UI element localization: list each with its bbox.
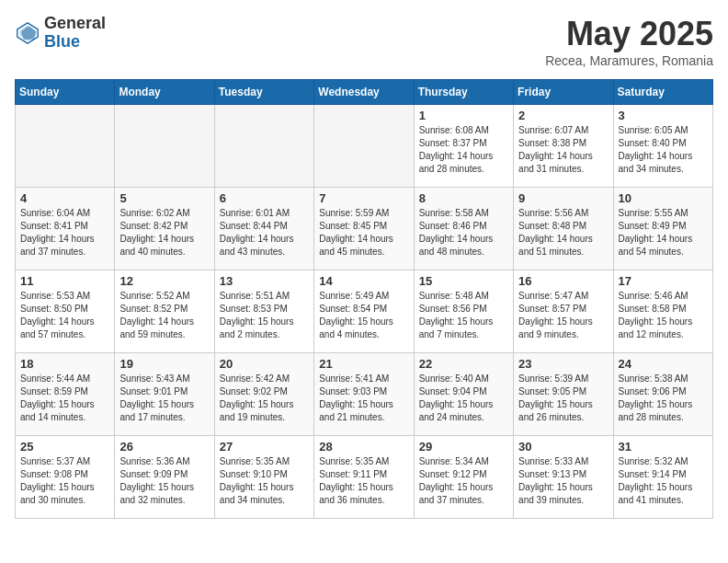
day-info: Sunrise: 5:33 AM Sunset: 9:13 PM Dayligh… [518,455,608,507]
day-info: Sunrise: 5:35 AM Sunset: 9:10 PM Dayligh… [220,455,309,507]
weekday-header-thursday: Thursday [414,80,513,105]
calendar-day-cell: 29Sunrise: 5:34 AM Sunset: 9:12 PM Dayli… [414,436,513,519]
calendar-day-cell: 18Sunrise: 5:44 AM Sunset: 8:59 PM Dayli… [16,353,115,436]
day-info: Sunrise: 6:05 AM Sunset: 8:40 PM Dayligh… [619,124,708,176]
logo-icon [15,20,40,46]
day-number: 30 [518,440,608,454]
calendar-day-cell [314,105,414,188]
weekday-header-wednesday: Wednesday [314,80,414,105]
calendar-week-row: 18Sunrise: 5:44 AM Sunset: 8:59 PM Dayli… [16,353,713,436]
day-number: 6 [220,191,309,205]
calendar-day-cell: 2Sunrise: 6:07 AM Sunset: 8:38 PM Daylig… [514,105,613,188]
day-number: 8 [419,191,508,205]
calendar-day-cell: 11Sunrise: 5:53 AM Sunset: 8:50 PM Dayli… [16,270,115,353]
day-info: Sunrise: 5:41 AM Sunset: 9:03 PM Dayligh… [319,373,408,424]
day-number: 18 [20,357,109,371]
title-block: May 2025 Recea, Maramures, Romania [545,15,713,68]
calendar-day-cell: 13Sunrise: 5:51 AM Sunset: 8:53 PM Dayli… [214,270,313,353]
day-info: Sunrise: 5:38 AM Sunset: 9:06 PM Dayligh… [619,373,708,424]
calendar-day-cell: 7Sunrise: 5:59 AM Sunset: 8:45 PM Daylig… [314,188,414,270]
day-number: 11 [20,274,109,288]
day-info: Sunrise: 5:47 AM Sunset: 8:57 PM Dayligh… [518,290,608,341]
day-number: 13 [220,274,309,288]
day-info: Sunrise: 6:08 AM Sunset: 8:37 PM Dayligh… [419,124,508,176]
calendar-week-row: 25Sunrise: 5:37 AM Sunset: 9:08 PM Dayli… [16,436,713,519]
day-info: Sunrise: 5:53 AM Sunset: 8:50 PM Dayligh… [20,290,109,341]
month-year-title: May 2025 [545,15,713,53]
weekday-header-sunday: Sunday [16,80,115,105]
calendar-day-cell: 8Sunrise: 5:58 AM Sunset: 8:46 PM Daylig… [414,188,513,270]
calendar-week-row: 1Sunrise: 6:08 AM Sunset: 8:37 PM Daylig… [16,105,713,188]
day-info: Sunrise: 5:37 AM Sunset: 9:08 PM Dayligh… [20,455,109,507]
calendar-day-cell: 20Sunrise: 5:42 AM Sunset: 9:02 PM Dayli… [214,353,313,436]
day-info: Sunrise: 5:48 AM Sunset: 8:56 PM Dayligh… [419,290,508,341]
day-number: 1 [419,109,508,122]
calendar-day-cell: 4Sunrise: 6:04 AM Sunset: 8:41 PM Daylig… [16,188,115,270]
day-number: 29 [419,440,508,454]
calendar-day-cell: 31Sunrise: 5:32 AM Sunset: 9:14 PM Dayli… [613,436,712,519]
day-number: 5 [119,191,209,205]
calendar-day-cell: 19Sunrise: 5:43 AM Sunset: 9:01 PM Dayli… [115,353,214,436]
day-number: 2 [518,109,608,122]
calendar-day-cell: 21Sunrise: 5:41 AM Sunset: 9:03 PM Dayli… [314,353,414,436]
day-number: 17 [619,274,708,288]
calendar-week-row: 11Sunrise: 5:53 AM Sunset: 8:50 PM Dayli… [16,270,713,353]
calendar-day-cell: 26Sunrise: 5:36 AM Sunset: 9:09 PM Dayli… [115,436,214,519]
calendar-day-cell: 14Sunrise: 5:49 AM Sunset: 8:54 PM Dayli… [314,270,414,353]
day-number: 31 [619,440,708,454]
calendar-day-cell: 6Sunrise: 6:01 AM Sunset: 8:44 PM Daylig… [214,188,313,270]
location-subtitle: Recea, Maramures, Romania [545,53,713,68]
day-info: Sunrise: 6:01 AM Sunset: 8:44 PM Dayligh… [220,207,309,259]
page-header: General Blue May 2025 Recea, Maramures, … [15,15,713,68]
day-info: Sunrise: 5:52 AM Sunset: 8:52 PM Dayligh… [119,290,209,341]
calendar-day-cell: 9Sunrise: 5:56 AM Sunset: 8:48 PM Daylig… [514,188,613,270]
day-number: 21 [319,357,408,371]
calendar-day-cell: 24Sunrise: 5:38 AM Sunset: 9:06 PM Dayli… [613,353,712,436]
calendar-day-cell [214,105,313,188]
day-number: 14 [319,274,408,288]
day-number: 7 [319,191,408,205]
day-number: 27 [220,440,309,454]
logo-blue-text: Blue [44,33,106,52]
weekday-header-row: SundayMondayTuesdayWednesdayThursdayFrid… [16,80,713,105]
day-info: Sunrise: 6:04 AM Sunset: 8:41 PM Dayligh… [20,207,109,259]
day-info: Sunrise: 5:35 AM Sunset: 9:11 PM Dayligh… [319,455,408,507]
day-number: 3 [619,109,708,122]
day-number: 26 [119,440,209,454]
calendar-day-cell: 22Sunrise: 5:40 AM Sunset: 9:04 PM Dayli… [414,353,513,436]
calendar-day-cell: 10Sunrise: 5:55 AM Sunset: 8:49 PM Dayli… [613,188,712,270]
calendar-day-cell: 16Sunrise: 5:47 AM Sunset: 8:57 PM Dayli… [514,270,613,353]
day-info: Sunrise: 6:02 AM Sunset: 8:42 PM Dayligh… [119,207,209,259]
calendar-day-cell: 23Sunrise: 5:39 AM Sunset: 9:05 PM Dayli… [514,353,613,436]
calendar-day-cell: 3Sunrise: 6:05 AM Sunset: 8:40 PM Daylig… [613,105,712,188]
weekday-header-saturday: Saturday [613,80,712,105]
calendar-day-cell: 15Sunrise: 5:48 AM Sunset: 8:56 PM Dayli… [414,270,513,353]
day-number: 20 [220,357,309,371]
day-number: 19 [119,357,209,371]
calendar-table: SundayMondayTuesdayWednesdayThursdayFrid… [15,79,713,519]
day-number: 12 [119,274,209,288]
weekday-header-monday: Monday [115,80,214,105]
weekday-header-tuesday: Tuesday [214,80,313,105]
day-info: Sunrise: 5:59 AM Sunset: 8:45 PM Dayligh… [319,207,408,259]
day-info: Sunrise: 5:32 AM Sunset: 9:14 PM Dayligh… [619,455,708,507]
logo: General Blue [15,15,106,52]
day-number: 15 [419,274,508,288]
calendar-day-cell: 28Sunrise: 5:35 AM Sunset: 9:11 PM Dayli… [314,436,414,519]
day-number: 24 [619,357,708,371]
calendar-day-cell [16,105,115,188]
calendar-week-row: 4Sunrise: 6:04 AM Sunset: 8:41 PM Daylig… [16,188,713,270]
day-number: 25 [20,440,109,454]
day-number: 28 [319,440,408,454]
day-info: Sunrise: 5:46 AM Sunset: 8:58 PM Dayligh… [619,290,708,341]
calendar-day-cell: 5Sunrise: 6:02 AM Sunset: 8:42 PM Daylig… [115,188,214,270]
day-info: Sunrise: 5:58 AM Sunset: 8:46 PM Dayligh… [419,207,508,259]
day-number: 10 [619,191,708,205]
day-number: 9 [518,191,608,205]
calendar-day-cell: 27Sunrise: 5:35 AM Sunset: 9:10 PM Dayli… [214,436,313,519]
logo-text: General Blue [44,15,106,52]
day-number: 16 [518,274,608,288]
day-info: Sunrise: 5:51 AM Sunset: 8:53 PM Dayligh… [220,290,309,341]
day-info: Sunrise: 5:39 AM Sunset: 9:05 PM Dayligh… [518,373,608,424]
day-info: Sunrise: 5:56 AM Sunset: 8:48 PM Dayligh… [518,207,608,259]
